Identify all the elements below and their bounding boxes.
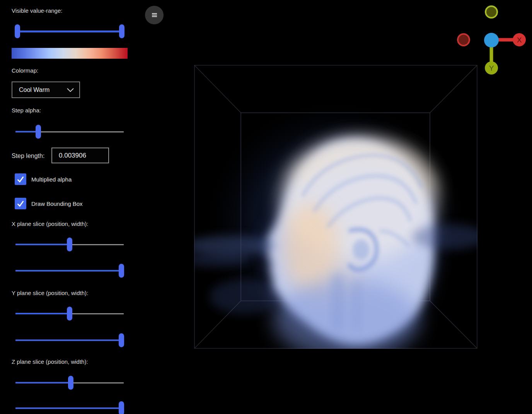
checkmark-icon bbox=[16, 199, 25, 208]
step-length-label: Step length: bbox=[12, 153, 44, 159]
z-plane-label: Z plane slice (position, width): bbox=[12, 358, 88, 365]
colormap-gradient-bar bbox=[12, 48, 128, 59]
z-plane-position-slider[interactable] bbox=[15, 376, 124, 390]
x-plane-width-slider[interactable] bbox=[15, 264, 124, 278]
slider-fill bbox=[15, 270, 121, 271]
step-alpha-slider[interactable] bbox=[15, 125, 124, 139]
colormap-label: Colormap: bbox=[12, 67, 38, 74]
colormap-select[interactable]: Cool Warm bbox=[12, 81, 80, 98]
value-range-slider[interactable] bbox=[17, 24, 122, 38]
slider-handle[interactable] bbox=[119, 401, 124, 414]
y-plane-position-slider[interactable] bbox=[15, 307, 124, 321]
multiplied-alpha-checkbox[interactable] bbox=[15, 173, 26, 185]
gizmo-neg-z-ball[interactable] bbox=[486, 6, 497, 18]
slider-fill bbox=[15, 339, 121, 341]
x-plane-label: X plane slice (position, width): bbox=[12, 221, 88, 227]
draw-bounding-box-checkbox[interactable] bbox=[15, 198, 26, 209]
slider-fill bbox=[15, 131, 38, 132]
slider-handle[interactable] bbox=[67, 307, 72, 321]
volume-rendering bbox=[194, 65, 477, 349]
gizmo-x-label: X bbox=[517, 36, 522, 44]
y-plane-width-slider[interactable] bbox=[15, 333, 124, 347]
step-alpha-label: Step alpha: bbox=[12, 107, 41, 114]
colormap-selected-value: Cool Warm bbox=[19, 87, 49, 93]
slider-fill bbox=[15, 382, 71, 383]
checkmark-icon bbox=[16, 175, 25, 183]
slider-fill bbox=[15, 313, 70, 314]
slider-handle[interactable] bbox=[36, 125, 41, 139]
x-plane-position-slider[interactable] bbox=[15, 238, 124, 251]
z-plane-width-slider[interactable] bbox=[15, 401, 124, 414]
orientation-gizmo: X Y bbox=[448, 0, 532, 77]
slider-fill bbox=[15, 244, 70, 245]
menu-button[interactable] bbox=[145, 6, 164, 24]
step-length-input[interactable] bbox=[51, 148, 109, 163]
gizmo-origin-ball[interactable] bbox=[484, 33, 499, 48]
chevron-down-icon bbox=[67, 88, 74, 92]
slider-handle[interactable] bbox=[67, 238, 72, 251]
slider-handle[interactable] bbox=[119, 333, 124, 347]
value-range-label: Visible value-range: bbox=[12, 7, 62, 14]
gizmo-y-label: Y bbox=[489, 64, 494, 72]
gizmo-neg-x-ball[interactable] bbox=[458, 34, 469, 46]
control-sidebar: Visible value-range: Colormap: Cool Warm… bbox=[0, 0, 162, 414]
slider-handle[interactable] bbox=[119, 24, 124, 38]
slider-fill bbox=[17, 31, 122, 32]
slider-fill bbox=[15, 407, 121, 409]
slider-handle[interactable] bbox=[119, 264, 124, 278]
draw-bounding-box-label: Draw Bounding Box bbox=[31, 200, 83, 207]
slider-handle[interactable] bbox=[15, 24, 20, 38]
volume-rendering-viewport[interactable] bbox=[194, 65, 477, 349]
multiplied-alpha-row: Multiplied alpha bbox=[15, 173, 72, 185]
multiplied-alpha-label: Multiplied alpha bbox=[31, 176, 72, 183]
slider-handle[interactable] bbox=[68, 376, 73, 390]
draw-bounding-box-row: Draw Bounding Box bbox=[15, 198, 83, 209]
y-plane-label: Y plane slice (position, width): bbox=[12, 290, 88, 296]
hamburger-icon bbox=[152, 13, 157, 17]
